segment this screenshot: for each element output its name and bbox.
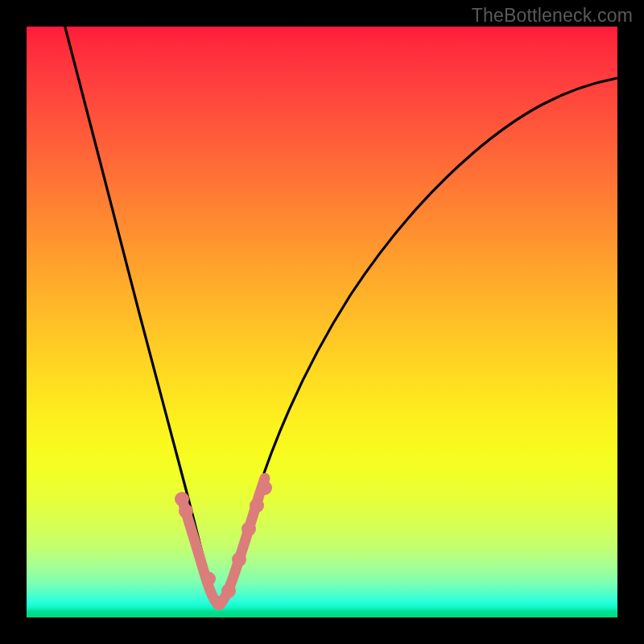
chart-frame: TheBottleneck.com — [0, 0, 644, 644]
svg-point-7 — [250, 498, 264, 513]
svg-point-1 — [179, 504, 193, 518]
svg-point-4 — [221, 584, 236, 598]
svg-point-5 — [232, 552, 246, 567]
watermark-text: TheBottleneck.com — [472, 5, 633, 27]
svg-point-3 — [212, 596, 226, 610]
svg-point-6 — [242, 522, 256, 536]
svg-point-2 — [201, 572, 216, 586]
svg-point-8 — [258, 481, 272, 495]
bottleneck-curve — [65, 27, 617, 605]
chart-svg — [27, 27, 617, 617]
